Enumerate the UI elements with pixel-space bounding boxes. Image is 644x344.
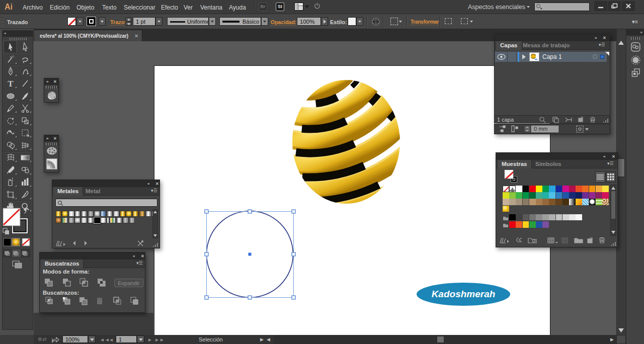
svg-text:T: T xyxy=(8,79,14,89)
svg-text:0 mm: 0 mm xyxy=(534,126,548,132)
